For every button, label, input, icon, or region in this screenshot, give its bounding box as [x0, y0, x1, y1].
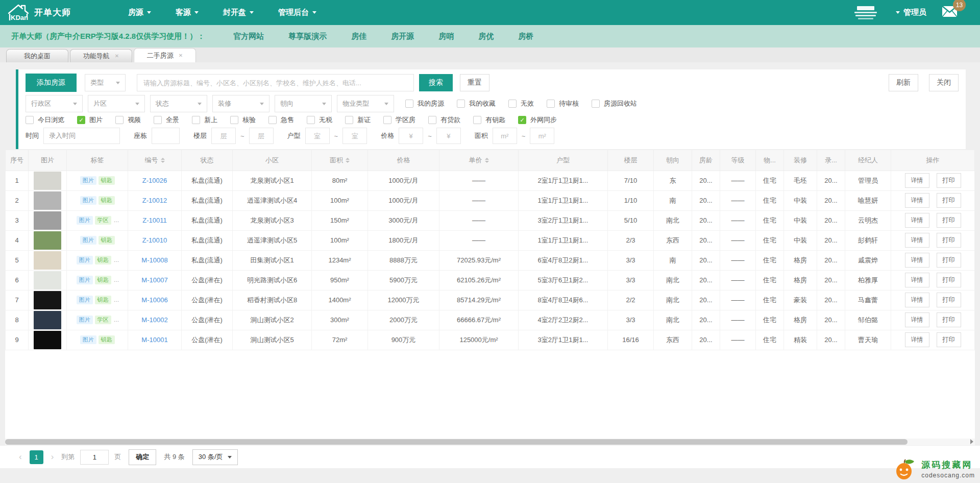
listing-photo[interactable]	[34, 311, 61, 329]
tag-photo[interactable]: 图片	[77, 256, 93, 264]
listing-code-link[interactable]: Z-10011	[142, 216, 166, 224]
prev-page-button[interactable]: ‹	[19, 452, 22, 462]
tag-school[interactable]: 学区	[95, 316, 111, 324]
tag-key[interactable]: 钥匙	[95, 296, 111, 304]
filter-dropdown-3[interactable]: 状态	[150, 95, 207, 112]
subbar-link-3[interactable]: 房佳	[351, 32, 366, 41]
listing-photo[interactable]	[34, 251, 61, 270]
search-button[interactable]: 搜索	[419, 74, 453, 91]
detail-button[interactable]: 详情	[905, 213, 929, 228]
horizontal-scrollbar[interactable]	[5, 439, 975, 445]
listing-photo[interactable]	[34, 331, 61, 349]
tag-key[interactable]: 钥匙	[99, 236, 115, 245]
print-button[interactable]: 打印	[937, 293, 961, 307]
listing-photo[interactable]	[34, 211, 61, 230]
scope-checkbox-4[interactable]: 待审核	[547, 99, 579, 108]
detail-button[interactable]: 详情	[905, 193, 929, 208]
brand[interactable]: KDan 开单大师	[7, 3, 117, 22]
scope-checkbox-3[interactable]: 无效	[508, 99, 534, 108]
tab-1[interactable]: 我的桌面	[6, 49, 68, 62]
detail-button[interactable]: 详情	[905, 332, 929, 347]
subbar-link-2[interactable]: 尊享版演示	[288, 32, 327, 41]
tag-photo[interactable]: 图片	[80, 335, 96, 344]
tag-key[interactable]: 钥匙	[99, 176, 115, 185]
scroll-right-arrow[interactable]	[970, 439, 973, 444]
add-listing-button[interactable]: 添加房源	[26, 74, 77, 92]
scrollbar-thumb[interactable]	[5, 439, 908, 445]
floor-max-input[interactable]	[249, 128, 274, 144]
tag-photo[interactable]: 图片	[77, 296, 93, 304]
sort-icon[interactable]	[485, 158, 489, 163]
flag-checkbox-2[interactable]: ✓图片	[77, 115, 103, 125]
tab-3[interactable]: 二手房源✕	[134, 48, 196, 62]
subbar-link-5[interactable]: 房哨	[438, 32, 454, 41]
flag-checkbox-13[interactable]: ✓外网同步	[518, 115, 557, 125]
tab-close-icon[interactable]: ✕	[179, 53, 183, 58]
detail-button[interactable]: 详情	[905, 233, 929, 248]
price-min-input[interactable]	[399, 128, 423, 144]
listing-code-link[interactable]: M-10008	[141, 256, 167, 264]
tag-key[interactable]: 钥匙	[95, 276, 111, 284]
tag-photo[interactable]: 图片	[77, 276, 93, 284]
print-button[interactable]: 打印	[937, 233, 961, 248]
listing-photo[interactable]	[34, 291, 61, 309]
area-max-input[interactable]	[530, 128, 554, 144]
detail-button[interactable]: 详情	[905, 293, 929, 307]
refresh-button[interactable]: 刷新	[889, 74, 918, 91]
tag-photo[interactable]: 图片	[80, 196, 96, 205]
room-min-input[interactable]	[305, 128, 330, 144]
listing-photo[interactable]	[34, 172, 61, 190]
listing-photo[interactable]	[34, 231, 61, 250]
subbar-link-4[interactable]: 房开源	[391, 32, 414, 41]
tag-key[interactable]: 钥匙	[95, 256, 111, 264]
type-dropdown[interactable]: 类型	[85, 74, 126, 91]
close-button[interactable]: 关闭	[929, 74, 959, 91]
tab-2[interactable]: 功能导航✕	[70, 49, 132, 62]
print-button[interactable]: 打印	[937, 193, 961, 208]
print-button[interactable]: 打印	[937, 332, 961, 347]
listing-code-link[interactable]: M-10002	[141, 316, 167, 324]
flag-checkbox-9[interactable]: 新证	[345, 115, 371, 125]
flag-checkbox-11[interactable]: 有贷款	[428, 115, 460, 125]
nav-menu-2[interactable]: 客源	[176, 0, 199, 25]
user-menu[interactable]: 管理员	[896, 8, 926, 17]
filter-dropdown-6[interactable]: 物业类型	[337, 95, 394, 112]
flag-checkbox-6[interactable]: 核验	[230, 115, 256, 125]
listing-photo[interactable]	[34, 271, 61, 289]
sort-icon[interactable]	[346, 158, 350, 163]
detail-button[interactable]: 详情	[905, 312, 929, 327]
flag-checkbox-12[interactable]: 有钥匙	[473, 115, 505, 125]
tag-photo[interactable]: 图片	[80, 176, 96, 185]
goto-page-input[interactable]	[80, 450, 109, 465]
flag-checkbox-1[interactable]: 今日浏览	[26, 115, 64, 125]
current-page-button[interactable]: 1	[30, 450, 43, 464]
listing-code-link[interactable]: M-10001	[141, 336, 167, 344]
tag-photo[interactable]: 图片	[77, 216, 93, 225]
detail-button[interactable]: 详情	[905, 253, 929, 268]
mail-button[interactable]: 13	[942, 6, 958, 19]
next-page-button[interactable]: ›	[51, 452, 54, 462]
nav-menu-3[interactable]: 封开盘	[223, 0, 254, 25]
tag-key[interactable]: 钥匙	[99, 335, 115, 344]
tag-key[interactable]: 钥匙	[99, 196, 115, 205]
scope-checkbox-5[interactable]: 房源回收站	[592, 99, 637, 108]
flag-checkbox-3[interactable]: 视频	[115, 115, 141, 125]
scope-checkbox-1[interactable]: 我的房源	[405, 99, 444, 108]
nav-menu-1[interactable]: 房源	[128, 0, 151, 25]
subbar-link-7[interactable]: 房桥	[518, 32, 533, 41]
print-button[interactable]: 打印	[937, 253, 961, 268]
search-input[interactable]	[137, 74, 414, 91]
nav-menu-4[interactable]: 管理后台	[278, 0, 316, 25]
area-min-input[interactable]	[493, 128, 517, 144]
filter-dropdown-4[interactable]: 装修	[212, 95, 270, 112]
building-input[interactable]	[152, 128, 180, 144]
filter-dropdown-1[interactable]: 行政区	[26, 95, 83, 112]
flag-checkbox-7[interactable]: 急售	[268, 115, 294, 125]
tag-school[interactable]: 学区	[95, 216, 111, 225]
filter-dropdown-5[interactable]: 朝向	[275, 95, 332, 112]
listing-code-link[interactable]: M-10007	[141, 276, 167, 284]
scope-checkbox-2[interactable]: 我的收藏	[457, 99, 496, 108]
detail-button[interactable]: 详情	[905, 273, 929, 287]
flag-checkbox-10[interactable]: 学区房	[383, 115, 415, 125]
listing-code-link[interactable]: Z-10012	[142, 197, 167, 204]
